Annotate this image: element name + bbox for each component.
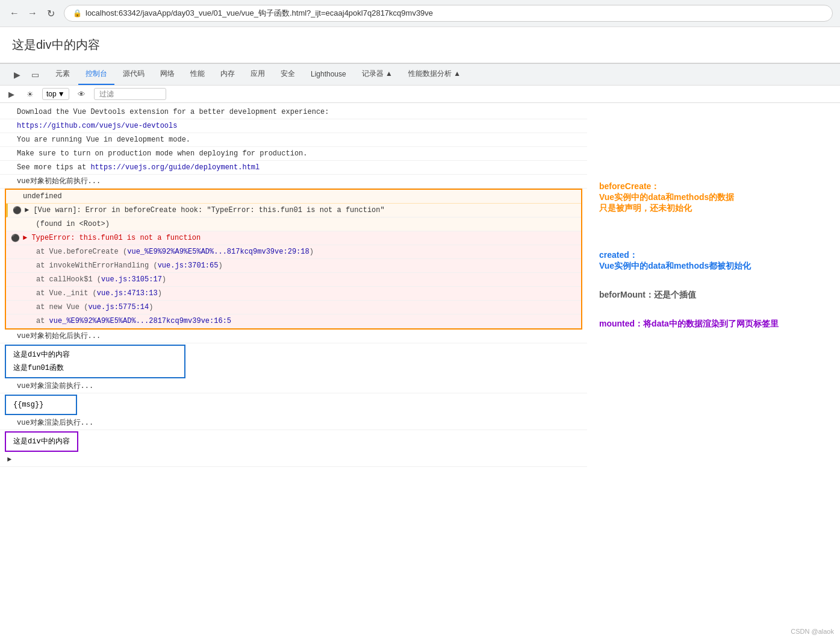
filter-input[interactable] [94,88,166,100]
console-line-div-content2: 这是div中的内容 [11,435,72,448]
browser-toolbar: ← → ↻ 🔒 localhost:63342/javaApp/day03_vu… [0,0,840,27]
csdn-watermark: CSDN @alaok [791,628,834,635]
annotation-beforecreate: beforeCreate： Vue实例中的data和methods的数据 只是被… [599,181,828,214]
blue-box-before-mount: {{msg}} [5,395,77,415]
console-line-warn: ⚫ ► [Vue warn]: Error in beforeCreate ho… [6,204,581,217]
devtools-tabs: ▶ ▭ 元素 控制台 源代码 网络 性能 内存 应用 安全 Lighthouse… [0,64,840,86]
top-dropdown[interactable]: top ▼ [42,88,69,100]
console-line-expand: ► [0,453,587,467]
console-line-typeerror: ⚫ ► TypeError: this.fun01 is not a funct… [6,231,581,245]
error-icon: ⚫ [11,233,20,244]
console-line-init-before: vue对象初始化前执行... [0,175,587,189]
warn-icon: ⚫ [13,205,22,216]
console-line-trace4: at Vue._init (vue.js:4713:13) [6,287,581,301]
trace-link1[interactable]: vue_%E9%92%A9%E5%AD%...817kcq9mv39ve:29:… [127,248,309,256]
tab-elements[interactable]: 元素 [48,64,77,85]
console-line-msg-template: {{msg}} [11,398,71,411]
console-output-area: Download the Vue Devtools extension for … [0,103,587,469]
deployment-link[interactable]: https://vuejs.org/guide/deployment.html [90,163,260,172]
console-line-trace6: at vue_%E9%92%A9%E5%AD%...2817kcq9mv39ve… [6,314,581,328]
trace-link3[interactable]: vue.js:3105:17 [101,275,162,284]
expand-arrow[interactable]: ► [7,455,11,464]
tab-security[interactable]: 安全 [273,64,302,85]
console-line-dev-mode: You are running Vue in development mode. [0,133,587,147]
console-output: Download the Vue Devtools extension for … [0,103,587,469]
top-label: top [46,90,57,98]
reload-button[interactable]: ↻ [43,6,58,20]
tab-recorder[interactable]: 记录器 ▲ [355,64,400,85]
annotation-mounted-title: mounted：将data中的数据渲染到了网页标签里 [599,319,828,330]
tab-network[interactable]: 网络 [153,64,182,85]
console-line-production: Make sure to turn on production mode whe… [0,147,587,161]
annotation-column: beforeCreate： Vue实例中的data和methods的数据 只是被… [587,103,840,469]
trace-link5[interactable]: vue.js:5775:14 [88,303,149,311]
clear-console-button[interactable]: ▶ [5,89,18,100]
blue-box-created: 这是div中的内容 这是fun01函数 [5,345,185,378]
device-icon[interactable]: ▭ [28,67,42,82]
console-line-render-before: vue对象渲染前执行... [0,380,587,393]
annotation-beforemount-title: beforMount：还是个插值 [599,290,828,301]
main-layout: Download the Vue Devtools extension for … [0,103,840,469]
annotation-beforemount: beforMount：还是个插值 [599,290,828,301]
console-line: Download the Vue Devtools extension for … [0,105,587,119]
devtools-link[interactable]: https://github.com/vuejs/vue-devtools [17,122,177,130]
forward-button[interactable]: → [25,6,40,20]
console-line-trace3: at callHook$1 (vue.js:3105:17) [6,273,581,287]
block-button[interactable]: ☀ [23,89,37,100]
trace-link6[interactable]: vue_%E9%92%A9%E5%AD%...2817kcq9mv39ve:16… [49,317,231,325]
eye-button[interactable]: 👁 [74,89,89,100]
tab-sources[interactable]: 源代码 [116,64,152,85]
console-line-found-in: (found in <Root>) [6,217,581,231]
console-line-init-after: vue对象初始化后执行... [0,330,587,343]
purple-box-mounted: 这是div中的内容 [5,431,78,452]
devtools-panel: ▶ ▭ 元素 控制台 源代码 网络 性能 内存 应用 安全 Lighthouse… [0,63,840,469]
url-text: localhost:63342/javaApp/day03_vue/01_vue… [86,8,433,19]
error-block: undefined ⚫ ► [Vue warn]: Error in befor… [5,189,582,330]
console-line-trace2: at invokeWithErrorHandling (vue.js:3701:… [6,259,581,273]
page-title: 这是div中的内容 [12,37,828,53]
trace-link2[interactable]: vue.js:3701:65 [158,261,219,270]
lock-icon: 🔒 [73,9,82,17]
console-line-trace5: at new Vue (vue.js:5775:14) [6,301,581,314]
nav-buttons: ← → ↻ [7,6,58,20]
inspect-icon[interactable]: ▶ [10,67,24,82]
tab-console[interactable]: 控制台 [78,64,114,85]
tab-performance[interactable]: 性能 [183,64,212,85]
tab-application[interactable]: 应用 [243,64,272,85]
console-line-undefined: undefined [6,190,581,204]
annotation-mounted: mounted：将data中的数据渲染到了网页标签里 [599,319,828,330]
console-line-link: https://github.com/vuejs/vue-devtools [0,119,587,133]
back-button[interactable]: ← [7,6,22,20]
console-line-trace1: at Vue.beforeCreate (vue_%E9%92%A9%E5%AD… [6,245,581,259]
annotation-beforecreate-title: beforeCreate： Vue实例中的data和methods的数据 只是被… [599,181,828,214]
console-line-fun01: 这是fun01函数 [11,361,179,375]
tab-memory[interactable]: 内存 [213,64,242,85]
trace-link4[interactable]: vue.js:4713:13 [97,289,158,298]
dropdown-arrow: ▼ [58,90,65,98]
devtools-icons: ▶ ▭ [5,67,47,82]
console-line-div-content1: 这是div中的内容 [11,348,179,361]
tab-lighthouse[interactable]: Lighthouse [303,64,353,85]
annotation-created: created： Vue实例中的data和methods都被初始化 [599,250,828,272]
address-bar[interactable]: 🔒 localhost:63342/javaApp/day03_vue/01_v… [64,5,833,22]
page-content: 这是div中的内容 [0,27,840,63]
console-line-tips: See more tips at https://vuejs.org/guide… [0,161,587,175]
console-line-render-after: vue对象渲染后执行... [0,416,587,430]
annotation-created-title: created： Vue实例中的data和methods都被初始化 [599,250,828,272]
console-toolbar: ▶ ☀ top ▼ 👁 [0,86,840,103]
tab-perf-insights[interactable]: 性能数据分析 ▲ [401,64,468,85]
